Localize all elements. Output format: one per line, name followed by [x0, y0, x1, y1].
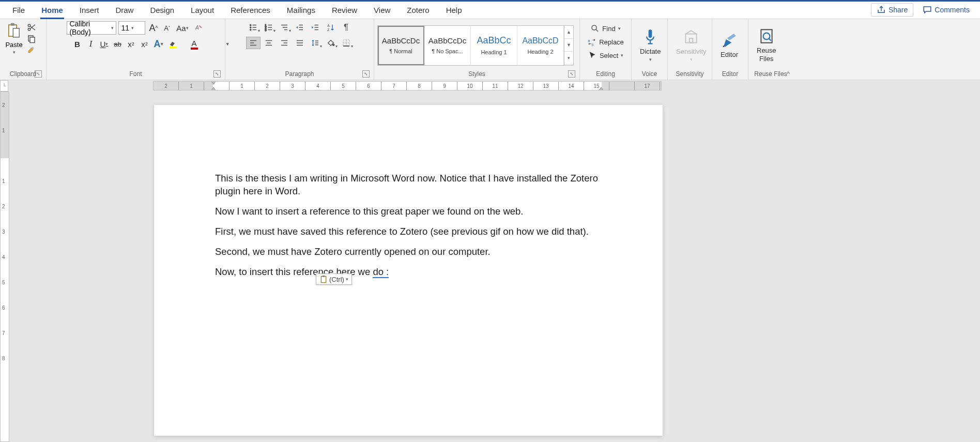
horizontal-ruler[interactable]: 211234567891011121314151718	[153, 81, 662, 90]
style-preview: AaBbCcDc	[428, 36, 466, 45]
replace-button[interactable]: abReplace	[585, 36, 626, 48]
paste-button[interactable]: Paste ▾	[3, 21, 25, 56]
reuse-files-button[interactable]: Reuse Files	[752, 25, 782, 65]
align-center-button[interactable]	[262, 37, 276, 49]
superscript-button[interactable]: x2	[139, 38, 150, 50]
shading-button[interactable]: ▾	[324, 37, 338, 49]
grammar-error-span[interactable]: do :	[373, 266, 389, 278]
styles-launcher[interactable]: ⤡	[568, 70, 575, 78]
document-paragraph[interactable]: Now I want to insert a reference to this…	[215, 205, 602, 218]
grow-font-button[interactable]: A^	[147, 22, 159, 34]
tab-view[interactable]: View	[365, 2, 399, 19]
first-line-indent-marker[interactable]	[211, 81, 216, 85]
font-name-select[interactable]: Calibri (Body)▾	[67, 21, 116, 35]
style-heading-2[interactable]: AaBbCcD Heading 2	[517, 26, 564, 65]
copy-icon	[27, 34, 36, 43]
vertical-ruler[interactable]: 2112345678	[0, 92, 9, 442]
clipboard-launcher[interactable]: ⤡	[35, 70, 42, 78]
editor-button[interactable]: Editor	[715, 29, 743, 61]
svg-point-4	[28, 28, 30, 31]
font-color-button[interactable]: A▾	[189, 38, 200, 50]
tab-draw[interactable]: Draw	[107, 2, 142, 19]
style-preview: AaBbCc	[477, 35, 511, 46]
borders-button[interactable]: ▾	[339, 37, 354, 49]
style-heading-1[interactable]: AaBbCc Heading 1	[471, 26, 517, 65]
increase-indent-button[interactable]	[308, 21, 323, 34]
change-case-button[interactable]: Aa▾	[175, 22, 190, 34]
gallery-expand[interactable]: ▾	[564, 52, 573, 65]
gallery-scroll-up[interactable]: ▲	[564, 26, 573, 39]
chevron-down-icon: ▾	[13, 50, 16, 55]
style-no-spacing[interactable]: AaBbCcDc ¶ No Spac...	[424, 26, 471, 65]
styles-gallery: AaBbCcDc ¶ Normal AaBbCcDc ¶ No Spac... …	[377, 25, 574, 66]
shrink-font-button[interactable]: Aˇ	[161, 22, 173, 34]
hanging-indent-marker[interactable]	[211, 87, 216, 90]
show-marks-button[interactable]: ¶	[339, 21, 354, 34]
right-indent-marker[interactable]	[599, 87, 604, 90]
strikethrough-button[interactable]: ab	[112, 38, 124, 50]
gallery-scroll-down[interactable]: ▼	[564, 39, 573, 52]
highlight-button[interactable]: ▾	[167, 38, 179, 50]
bullets-icon	[249, 23, 258, 32]
tab-layout[interactable]: Layout	[182, 2, 222, 19]
tab-review[interactable]: Review	[324, 2, 365, 19]
tab-design[interactable]: Design	[142, 2, 182, 19]
tab-home[interactable]: Home	[33, 2, 71, 19]
numbering-button[interactable]: 123▾	[262, 21, 276, 34]
comments-button[interactable]: Comments	[917, 3, 975, 17]
document-paragraph[interactable]: Second, we must have Zotero currently op…	[215, 246, 602, 258]
copy-button[interactable]	[27, 35, 36, 43]
decrease-indent-button[interactable]	[293, 21, 307, 34]
text-effects-button[interactable]: A▾	[152, 38, 165, 50]
dictate-button[interactable]: Dictate ▾	[635, 26, 666, 65]
document-paragraph[interactable]: Now, to insert this reference here we do…	[215, 266, 602, 279]
cursor-icon	[588, 51, 597, 60]
sort-button[interactable]: AZ	[324, 21, 338, 34]
italic-button[interactable]: I	[85, 38, 97, 50]
tab-help[interactable]: Help	[438, 2, 470, 19]
voice-group-label: Voice	[642, 70, 657, 78]
find-label: Find	[602, 25, 615, 33]
find-button[interactable]: Find▾	[588, 22, 622, 35]
font-size-select[interactable]: 11▾	[118, 21, 145, 35]
justify-button[interactable]	[293, 37, 307, 49]
align-left-button[interactable]	[246, 37, 261, 49]
share-button[interactable]: Share	[871, 3, 913, 17]
paragraph-launcher[interactable]: ⤡	[362, 70, 370, 78]
tab-mailings[interactable]: Mailings	[279, 2, 324, 19]
style-name: Heading 2	[527, 49, 553, 55]
select-button[interactable]: Select▾	[586, 49, 625, 62]
tab-file[interactable]: File	[4, 2, 33, 19]
line-spacing-button[interactable]: ▾	[308, 37, 323, 49]
sensitivity-group-label: Sensitivity	[676, 70, 703, 78]
format-painter-button[interactable]	[27, 46, 36, 54]
sensitivity-label: Sensitivity	[676, 48, 707, 56]
align-right-button[interactable]	[277, 37, 292, 49]
tab-references[interactable]: References	[222, 2, 279, 19]
tab-zotero[interactable]: Zotero	[399, 2, 437, 19]
font-launcher[interactable]: ⤡	[213, 70, 221, 78]
document-workspace: 2112345678 This is the thesis I am writi…	[0, 92, 980, 442]
align-right-icon	[280, 38, 289, 48]
font-group-label: Font	[129, 70, 142, 78]
chevron-down-icon: ▾	[649, 57, 652, 62]
underline-button[interactable]: U▾	[99, 38, 110, 50]
multilevel-list-button[interactable]: ▾	[277, 21, 292, 34]
multilevel-icon	[280, 23, 289, 32]
style-normal[interactable]: AaBbCcDc ¶ Normal	[378, 26, 424, 65]
cut-button[interactable]	[27, 23, 36, 32]
subscript-button[interactable]: x2	[126, 38, 137, 50]
editor-pen-icon	[721, 32, 738, 49]
tab-selector[interactable]: └	[0, 80, 8, 92]
svg-text:A: A	[195, 24, 199, 31]
paste-options-button[interactable]: (Ctrl) ▾	[316, 273, 352, 285]
document-page[interactable]: This is the thesis I am writing in Micro…	[154, 105, 663, 436]
clear-formatting-button[interactable]: A	[192, 22, 205, 34]
bold-button[interactable]: B	[72, 38, 83, 50]
document-paragraph[interactable]: This is the thesis I am writing in Micro…	[215, 172, 602, 198]
bullets-button[interactable]: ▾	[246, 21, 261, 34]
document-paragraph[interactable]: First, we must have saved this reference…	[215, 225, 602, 238]
tab-insert[interactable]: Insert	[71, 2, 108, 19]
collapse-ribbon-button[interactable]: ^	[787, 70, 790, 78]
search-icon	[590, 24, 600, 33]
